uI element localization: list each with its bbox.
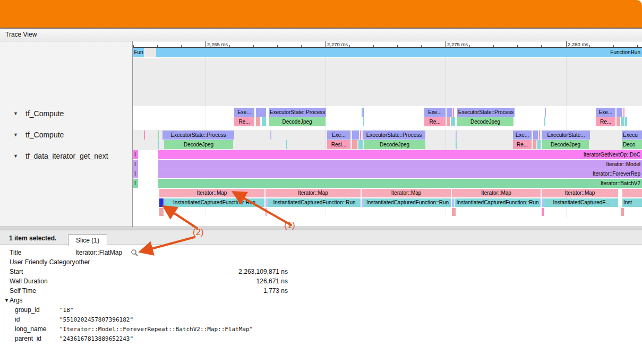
trace-slice[interactable] xyxy=(456,140,457,149)
trace-slice[interactable]: Iterator::Map xyxy=(266,189,361,197)
trace-slice[interactable] xyxy=(262,117,266,126)
start-label: Start xyxy=(0,268,75,275)
trace-slice[interactable] xyxy=(144,131,145,140)
trace-slice[interactable]: I xyxy=(133,169,138,178)
trace-slice[interactable]: DecodeJpeg xyxy=(364,140,425,149)
trace-slice[interactable] xyxy=(452,208,456,216)
trace-slice[interactable]: DecodeJpeg xyxy=(164,140,233,149)
trace-slice[interactable]: Iterator::Map xyxy=(362,189,451,197)
trace-slice[interactable] xyxy=(158,131,159,140)
trace-slice[interactable]: Iterator::Map xyxy=(542,189,618,197)
trace-slice[interactable] xyxy=(447,108,452,117)
trace-slice[interactable]: DecodeJpeg xyxy=(457,117,513,126)
trace-slice[interactable] xyxy=(456,131,457,140)
trace-slice[interactable]: Exe... xyxy=(513,131,532,140)
trace-slice[interactable]: Iterator::Map xyxy=(159,189,264,197)
args-toggle[interactable]: ▼Args xyxy=(0,296,642,305)
trace-slice[interactable] xyxy=(352,131,359,140)
trace-slice[interactable]: ExecutorState::Process xyxy=(363,131,425,140)
track-toggle-tf_Compute[interactable]: ▼tf_Compute xyxy=(13,109,64,118)
trace-slice[interactable] xyxy=(363,108,364,117)
trace-slice[interactable]: I xyxy=(133,150,138,159)
trace-slice[interactable] xyxy=(544,117,545,126)
trace-slice[interactable] xyxy=(533,131,538,140)
trace-slice[interactable]: Resi... xyxy=(327,140,350,149)
trace-slice[interactable]: Re... xyxy=(424,117,446,126)
trace-slice[interactable] xyxy=(537,140,541,149)
track-toggle-tf_Compute[interactable]: ▼tf_Compute xyxy=(13,130,64,139)
trace-slice[interactable] xyxy=(360,131,361,140)
trace-slice[interactable]: I xyxy=(133,179,138,188)
trace-slice[interactable] xyxy=(266,198,268,207)
trace-slice[interactable]: Fun xyxy=(133,48,144,57)
trace-slice[interactable]: Iterator::Model xyxy=(158,160,642,169)
trace-slice[interactable]: Exe... xyxy=(424,108,446,117)
trace-slice[interactable]: Execu xyxy=(622,131,642,140)
trace-slice[interactable]: InstantiatedCapturedFunction::Run xyxy=(164,198,264,207)
trace-slice[interactable]: Re... xyxy=(513,140,532,149)
trace-slice[interactable]: ExecutorState::Process xyxy=(269,108,326,117)
trace-slice[interactable] xyxy=(352,140,357,149)
self-time-value: 1,773 ns xyxy=(75,287,288,294)
trace-slice[interactable] xyxy=(286,140,287,149)
selected-slice[interactable] xyxy=(159,198,164,207)
trace-slice[interactable] xyxy=(451,117,455,126)
trace-slice[interactable] xyxy=(539,131,540,140)
trace-slice[interactable]: InstantiatedCapturedFunction::Run xyxy=(364,198,451,207)
trace-slice[interactable] xyxy=(621,117,624,126)
trace-slice[interactable] xyxy=(270,131,271,140)
trace-slice[interactable] xyxy=(617,117,620,126)
trace-slice[interactable]: InstantiatedCapturedF... xyxy=(544,198,618,207)
trace-slice[interactable] xyxy=(623,108,624,117)
ruler-minor-tick xyxy=(613,45,614,47)
trace-slice[interactable] xyxy=(363,117,364,126)
magnifier-icon[interactable] xyxy=(131,249,139,257)
trace-slice[interactable]: IteratorGetNextOp::DoC xyxy=(158,150,642,159)
trace-slice[interactable] xyxy=(158,140,159,149)
trace-slice[interactable] xyxy=(622,189,642,197)
trace-slice[interactable]: Iterator::Map xyxy=(452,189,541,197)
trace-slice[interactable]: ExecutorState::Process xyxy=(162,131,234,140)
trace-slice[interactable]: InstantiatedCapturedFunction::Run xyxy=(268,198,361,207)
trace-slice[interactable] xyxy=(256,117,260,126)
trace-slice[interactable]: Deco xyxy=(622,140,642,149)
trace-slice[interactable] xyxy=(266,208,267,216)
trace-slice[interactable] xyxy=(625,117,627,126)
trace-slice[interactable] xyxy=(542,208,544,216)
trace-slice[interactable] xyxy=(358,140,363,149)
track-toggle-tf_data_iterator_get_next[interactable]: ▼tf_data_iterator_get_next xyxy=(13,151,108,160)
arg-row: group_id"18" xyxy=(0,305,642,315)
trace-slice[interactable]: DecodeJpeg xyxy=(269,117,326,126)
trace-slice[interactable] xyxy=(452,198,454,207)
trace-slice[interactable] xyxy=(617,108,622,117)
trace-slice[interactable] xyxy=(544,108,544,117)
trace-slice[interactable] xyxy=(453,108,454,117)
panel-splitter[interactable] xyxy=(0,227,642,230)
trace-slice[interactable]: InstantiatedCapturedFunction::Run xyxy=(455,198,541,207)
trace-slice[interactable]: Exe... xyxy=(327,131,350,140)
trace-slice[interactable] xyxy=(159,208,164,216)
trace-slice[interactable]: Re... xyxy=(596,117,615,126)
trace-slice[interactable] xyxy=(621,208,624,216)
trace-slice[interactable]: FunctionRun xyxy=(156,48,642,57)
trace-slice[interactable] xyxy=(447,117,450,126)
trace-slice[interactable]: Iterator::ForeverRep xyxy=(158,169,642,178)
trace-slice[interactable] xyxy=(542,198,544,207)
trace-slice[interactable] xyxy=(545,108,546,117)
trace-slice[interactable]: DecodeJpeg xyxy=(542,140,589,149)
trace-slice[interactable]: I xyxy=(133,160,138,169)
timeline-canvas[interactable]: 2,265 ms2,270 ms2,275 ms2,280 ms FunFunc… xyxy=(133,41,642,227)
trace-slice[interactable]: ExecutorState::Process xyxy=(457,108,515,117)
trace-slice[interactable] xyxy=(362,198,364,207)
tab-slice[interactable]: Slice (1) xyxy=(68,235,107,246)
trace-slice[interactable]: Exe... xyxy=(596,108,615,117)
trace-slice[interactable] xyxy=(256,108,266,117)
trace-slice[interactable]: Iterator::BatchV2 xyxy=(158,179,642,188)
trace-slice[interactable]: ExecutorState... xyxy=(542,131,590,140)
trace-slice[interactable]: Exe... xyxy=(234,108,254,117)
trace-slice[interactable] xyxy=(533,140,536,149)
trace-slice[interactable]: Inst xyxy=(622,198,642,207)
trace-slice[interactable]: Re... xyxy=(234,117,254,126)
trace-slice[interactable] xyxy=(362,108,363,117)
timeline-ruler[interactable]: 2,265 ms2,270 ms2,275 ms2,280 ms xyxy=(133,41,642,48)
